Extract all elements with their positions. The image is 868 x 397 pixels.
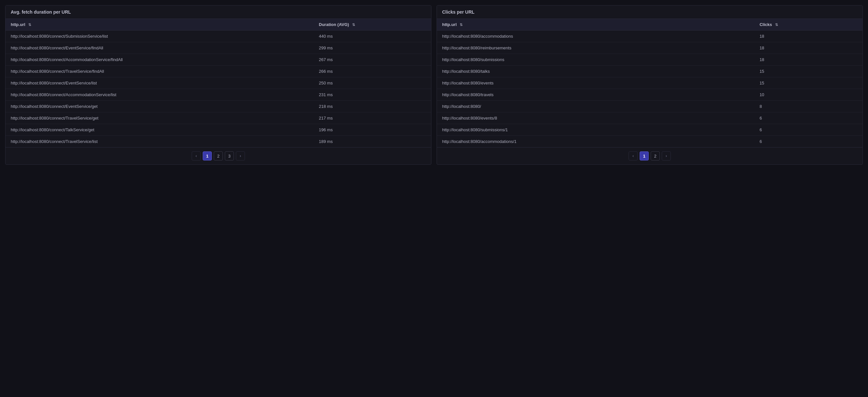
avg-fetch-table: http.url ⇅ Duration (AVG) ⇅ http://local… bbox=[5, 19, 431, 147]
left-col-url-header[interactable]: http.url ⇅ bbox=[5, 19, 314, 31]
right-sort-url-icon: ⇅ bbox=[460, 23, 463, 27]
right-page-1-button[interactable]: 1 bbox=[640, 151, 649, 160]
left-table-row: http://localhost:8080/connect/Submission… bbox=[5, 31, 431, 42]
left-row-url: http://localhost:8080/connect/Submission… bbox=[5, 31, 314, 42]
left-table-row: http://localhost:8080/connect/TravelServ… bbox=[5, 113, 431, 124]
right-col-clicks-header[interactable]: Clicks ⇅ bbox=[754, 19, 863, 31]
right-table-row: http://localhost:8080/events 15 bbox=[437, 77, 863, 89]
right-row-url: http://localhost:8080/submissions bbox=[437, 54, 754, 66]
right-table-body: http://localhost:8080/accommodations 18 … bbox=[437, 31, 863, 148]
left-table-row: http://localhost:8080/connect/EventServi… bbox=[5, 77, 431, 89]
right-row-clicks: 8 bbox=[754, 101, 863, 113]
left-row-duration: 231 ms bbox=[314, 89, 431, 101]
right-table-header-row: http.url ⇅ Clicks ⇅ bbox=[437, 19, 863, 31]
right-row-url: http://localhost:8080/ bbox=[437, 101, 754, 113]
right-prev-button[interactable]: ‹ bbox=[628, 151, 638, 160]
left-row-duration: 218 ms bbox=[314, 101, 431, 113]
right-row-url: http://localhost:8080/events/8 bbox=[437, 113, 754, 124]
right-panel-title: Clicks per URL bbox=[437, 5, 863, 19]
left-panel-title: Avg. fetch duration per URL bbox=[5, 5, 431, 19]
left-row-url: http://localhost:8080/connect/TravelServ… bbox=[5, 136, 314, 148]
left-table-header-row: http.url ⇅ Duration (AVG) ⇅ bbox=[5, 19, 431, 31]
right-row-clicks: 18 bbox=[754, 42, 863, 54]
right-row-clicks: 15 bbox=[754, 77, 863, 89]
right-table-row: http://localhost:8080/accommodations/1 6 bbox=[437, 136, 863, 148]
sort-duration-icon: ⇅ bbox=[352, 23, 355, 27]
left-row-duration: 267 ms bbox=[314, 54, 431, 66]
left-prev-button[interactable]: ‹ bbox=[192, 151, 201, 160]
left-page-3-button[interactable]: 3 bbox=[225, 151, 234, 160]
right-table-row: http://localhost:8080/talks 15 bbox=[437, 66, 863, 77]
right-table-row: http://localhost:8080/events/8 6 bbox=[437, 113, 863, 124]
right-row-url: http://localhost:8080/travels bbox=[437, 89, 754, 101]
left-row-url: http://localhost:8080/connect/EventServi… bbox=[5, 101, 314, 113]
right-row-clicks: 10 bbox=[754, 89, 863, 101]
left-row-url: http://localhost:8080/connect/TalkServic… bbox=[5, 124, 314, 136]
left-table-row: http://localhost:8080/connect/EventServi… bbox=[5, 42, 431, 54]
clicks-per-url-panel: Clicks per URL http.url ⇅ Clicks ⇅ http:… bbox=[437, 5, 863, 165]
left-row-url: http://localhost:8080/connect/TravelServ… bbox=[5, 113, 314, 124]
left-row-url: http://localhost:8080/connect/Accommodat… bbox=[5, 89, 314, 101]
right-row-url: http://localhost:8080/accommodations bbox=[437, 31, 754, 42]
clicks-table: http.url ⇅ Clicks ⇅ http://localhost:808… bbox=[437, 19, 863, 147]
left-row-url: http://localhost:8080/connect/Accommodat… bbox=[5, 54, 314, 66]
sort-url-icon: ⇅ bbox=[28, 23, 31, 27]
right-row-url: http://localhost:8080/reimbursements bbox=[437, 42, 754, 54]
right-row-clicks: 6 bbox=[754, 136, 863, 148]
left-table-row: http://localhost:8080/connect/Accommodat… bbox=[5, 89, 431, 101]
left-page-2-button[interactable]: 2 bbox=[214, 151, 223, 160]
left-pagination: ‹ 1 2 3 › bbox=[5, 147, 431, 164]
left-row-duration: 217 ms bbox=[314, 113, 431, 124]
left-row-duration: 299 ms bbox=[314, 42, 431, 54]
left-page-1-button[interactable]: 1 bbox=[203, 151, 212, 160]
right-table-row: http://localhost:8080/accommodations 18 bbox=[437, 31, 863, 42]
left-row-url: http://localhost:8080/connect/TravelServ… bbox=[5, 66, 314, 77]
right-sort-clicks-icon: ⇅ bbox=[775, 23, 778, 27]
right-row-clicks: 15 bbox=[754, 66, 863, 77]
left-row-url: http://localhost:8080/connect/EventServi… bbox=[5, 77, 314, 89]
right-row-url: http://localhost:8080/events bbox=[437, 77, 754, 89]
right-table-row: http://localhost:8080/submissions 18 bbox=[437, 54, 863, 66]
right-row-clicks: 18 bbox=[754, 54, 863, 66]
right-row-url: http://localhost:8080/submissions/1 bbox=[437, 124, 754, 136]
avg-fetch-duration-panel: Avg. fetch duration per URL http.url ⇅ D… bbox=[5, 5, 431, 165]
left-table-row: http://localhost:8080/connect/TravelServ… bbox=[5, 66, 431, 77]
left-col-duration-header[interactable]: Duration (AVG) ⇅ bbox=[314, 19, 431, 31]
right-row-clicks: 6 bbox=[754, 124, 863, 136]
right-table-row: http://localhost:8080/reimbursements 18 bbox=[437, 42, 863, 54]
right-col-url-header[interactable]: http.url ⇅ bbox=[437, 19, 754, 31]
left-row-duration: 266 ms bbox=[314, 66, 431, 77]
left-row-url: http://localhost:8080/connect/EventServi… bbox=[5, 42, 314, 54]
right-next-button[interactable]: › bbox=[662, 151, 671, 160]
left-table-row: http://localhost:8080/connect/TalkServic… bbox=[5, 124, 431, 136]
right-table-row: http://localhost:8080/travels 10 bbox=[437, 89, 863, 101]
left-next-button[interactable]: › bbox=[236, 151, 245, 160]
right-row-url: http://localhost:8080/accommodations/1 bbox=[437, 136, 754, 148]
right-pagination: ‹ 1 2 › bbox=[437, 147, 863, 164]
left-row-duration: 250 ms bbox=[314, 77, 431, 89]
right-row-url: http://localhost:8080/talks bbox=[437, 66, 754, 77]
right-table-row: http://localhost:8080/submissions/1 6 bbox=[437, 124, 863, 136]
right-row-clicks: 18 bbox=[754, 31, 863, 42]
dashboard: Avg. fetch duration per URL http.url ⇅ D… bbox=[5, 5, 863, 165]
left-table-row: http://localhost:8080/connect/EventServi… bbox=[5, 101, 431, 113]
left-table-row: http://localhost:8080/connect/Accommodat… bbox=[5, 54, 431, 66]
left-row-duration: 189 ms bbox=[314, 136, 431, 148]
right-row-clicks: 6 bbox=[754, 113, 863, 124]
left-row-duration: 196 ms bbox=[314, 124, 431, 136]
left-row-duration: 440 ms bbox=[314, 31, 431, 42]
left-table-body: http://localhost:8080/connect/Submission… bbox=[5, 31, 431, 148]
right-table-row: http://localhost:8080/ 8 bbox=[437, 101, 863, 113]
right-page-2-button[interactable]: 2 bbox=[651, 151, 660, 160]
left-table-row: http://localhost:8080/connect/TravelServ… bbox=[5, 136, 431, 148]
